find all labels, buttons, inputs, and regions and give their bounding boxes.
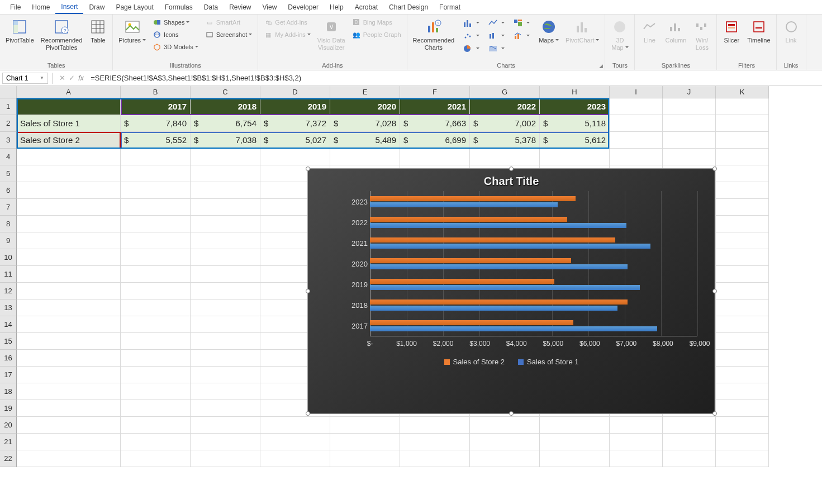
cell-H3[interactable]: $5,612 [540, 132, 610, 149]
cell-C6[interactable] [191, 182, 260, 199]
timeline-button[interactable]: Timeline [745, 17, 772, 45]
cell-H21[interactable] [540, 434, 610, 450]
cell-H1[interactable]: 2023 [540, 98, 610, 115]
cell-A2[interactable]: Sales of Store 1 [17, 115, 121, 132]
menu-formulas[interactable]: Formulas [159, 1, 198, 13]
cell-B1[interactable]: 2017 [121, 98, 191, 115]
menu-page-layout[interactable]: Page Layout [110, 1, 159, 13]
cell-A13[interactable] [17, 299, 121, 316]
bar-series2[interactable] [370, 299, 628, 305]
cell-B20[interactable] [121, 417, 191, 434]
cell-B13[interactable] [121, 299, 191, 316]
cell-B7[interactable] [121, 199, 191, 216]
cell-A21[interactable] [17, 434, 121, 450]
cell-C18[interactable] [191, 383, 260, 400]
cell-F20[interactable] [400, 417, 470, 434]
legend[interactable]: Sales of Store 2Sales of Store 1 [308, 353, 714, 370]
chart-pie-button[interactable] [461, 44, 482, 54]
cell-A3[interactable]: Sales of Store 2 [17, 132, 121, 149]
row-header-8[interactable]: 8 [0, 216, 17, 232]
cell-I2[interactable] [610, 115, 663, 132]
cell-D4[interactable] [260, 149, 330, 165]
menu-developer[interactable]: Developer [282, 1, 324, 13]
menu-help[interactable]: Help [324, 1, 349, 13]
cell-A22[interactable] [17, 450, 121, 467]
recommended-pivottables-button[interactable]: ? Recommended PivotTables [39, 17, 85, 53]
row-header-18[interactable]: 18 [0, 383, 17, 400]
cell-A8[interactable] [17, 216, 121, 232]
slicer-button[interactable]: Slicer [720, 17, 743, 45]
cell-A11[interactable] [17, 266, 121, 283]
charts-dialog-launcher[interactable]: ◢ [599, 63, 603, 69]
cell-C21[interactable] [191, 434, 260, 450]
cell-B12[interactable] [121, 283, 191, 299]
cell-K15[interactable] [716, 333, 769, 350]
cell-B6[interactable] [121, 182, 191, 199]
cell-E2[interactable]: $7,028 [330, 115, 400, 132]
cell-J4[interactable] [663, 149, 716, 165]
cell-A14[interactable] [17, 316, 121, 333]
table-button[interactable]: Table [87, 17, 109, 45]
chart-title[interactable]: Chart Title [308, 169, 714, 191]
enter-formula-icon[interactable]: ✓ [69, 74, 75, 82]
cell-A15[interactable] [17, 333, 121, 350]
cell-D2[interactable]: $7,372 [260, 115, 330, 132]
cell-J3[interactable] [663, 132, 716, 149]
cell-B18[interactable] [121, 383, 191, 400]
row-header-14[interactable]: 14 [0, 316, 17, 333]
row-header-20[interactable]: 20 [0, 417, 17, 434]
chevron-down-icon[interactable]: ▼ [40, 75, 44, 80]
cell-K19[interactable] [716, 400, 769, 417]
cell-A1[interactable] [17, 98, 121, 115]
shapes-button[interactable]: Shapes [150, 17, 201, 28]
cell-F4[interactable] [400, 149, 470, 165]
menu-home[interactable]: Home [26, 1, 55, 13]
cell-K13[interactable] [716, 299, 769, 316]
col-header-K[interactable]: K [716, 86, 769, 98]
bar-series2[interactable] [370, 217, 567, 222]
cell-C10[interactable] [191, 249, 260, 266]
bar-series1[interactable] [370, 202, 558, 207]
cell-E20[interactable] [330, 417, 400, 434]
cell-G1[interactable]: 2022 [470, 98, 540, 115]
col-header-C[interactable]: C [191, 86, 260, 98]
cell-K18[interactable] [716, 383, 769, 400]
cell-D21[interactable] [260, 434, 330, 450]
cell-C1[interactable]: 2018 [191, 98, 260, 115]
col-header-A[interactable]: A [17, 86, 121, 98]
cell-A5[interactable] [17, 165, 121, 182]
cell-G2[interactable]: $7,002 [470, 115, 540, 132]
cell-E22[interactable] [330, 450, 400, 467]
cell-H2[interactable]: $5,118 [540, 115, 610, 132]
cell-K17[interactable] [716, 367, 769, 383]
bing-maps-button[interactable]: 🅱Bing Maps [350, 17, 403, 28]
row-header-11[interactable]: 11 [0, 266, 17, 283]
cell-B22[interactable] [121, 450, 191, 467]
cell-E3[interactable]: $5,489 [330, 132, 400, 149]
formula-input[interactable] [87, 73, 822, 83]
cell-D20[interactable] [260, 417, 330, 434]
col-header-H[interactable]: H [540, 86, 610, 98]
cell-D1[interactable]: 2019 [260, 98, 330, 115]
sparkline-column-button[interactable]: Column [663, 17, 688, 45]
cell-C12[interactable] [191, 283, 260, 299]
cell-J22[interactable] [663, 450, 716, 467]
sparkline-line-button[interactable]: Line [638, 17, 661, 45]
row-header-15[interactable]: 15 [0, 333, 17, 350]
cell-K7[interactable] [716, 199, 769, 216]
cell-G22[interactable] [470, 450, 540, 467]
spreadsheet-grid[interactable]: ABCDEFGHIJK 1201720182019202020212022202… [0, 86, 822, 504]
cell-C17[interactable] [191, 367, 260, 383]
cancel-formula-icon[interactable]: ✕ [59, 74, 65, 82]
cell-A19[interactable] [17, 400, 121, 417]
cell-B4[interactable] [121, 149, 191, 165]
cell-B8[interactable] [121, 216, 191, 232]
cell-C4[interactable] [191, 149, 260, 165]
cell-C16[interactable] [191, 350, 260, 367]
menu-review[interactable]: Review [224, 1, 256, 13]
3dmodels-button[interactable]: 3D Models [150, 41, 201, 53]
cell-B2[interactable]: $7,840 [121, 115, 191, 132]
cell-A10[interactable] [17, 249, 121, 266]
cell-G20[interactable] [470, 417, 540, 434]
maps-button[interactable]: Maps [536, 17, 561, 45]
